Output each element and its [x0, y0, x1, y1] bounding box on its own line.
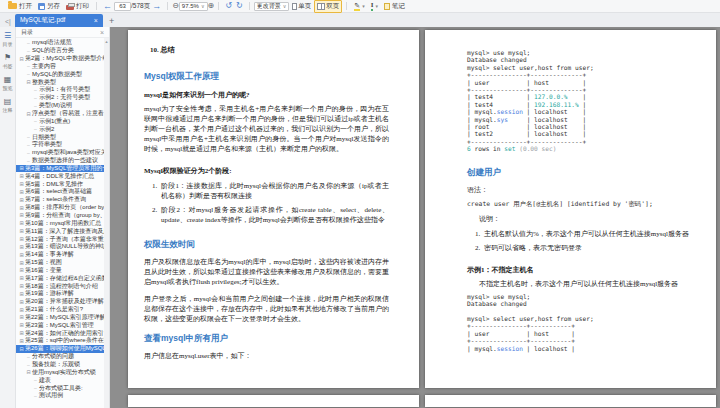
toc-item[interactable]: ⊟整数类型 [16, 78, 109, 86]
toc-item[interactable]: ⊞第13篇：细说NULL导致的神坑，让人防不 [16, 243, 109, 251]
tree-expander-icon[interactable]: ⊞ [18, 212, 25, 218]
single-page-view-button[interactable]: 单页 [289, 0, 314, 13]
note-button[interactable]: 笔记 [384, 2, 405, 11]
tree-expander-icon[interactable]: ⊞ [18, 338, 25, 344]
toc-item[interactable]: ⊟第26篇：聊聊如何使用MySQL实现分布式 [16, 345, 109, 353]
underline-tool-button[interactable]: I ▾ [371, 2, 378, 11]
toc-item[interactable]: ⊞第7篇：select条件查询 [16, 196, 109, 204]
tree-expander-icon[interactable]: ⊞ [18, 220, 25, 226]
tree-expander-icon[interactable]: ⊞ [18, 165, 25, 171]
toc-item[interactable]: –日期类型 [16, 133, 109, 141]
toc-item[interactable]: ⊞第4篇：DDL常见操作汇总 [16, 172, 109, 180]
nav-item-thumbnail[interactable]: ▦预览 [3, 76, 13, 91]
toc-item[interactable]: –测试用例 [16, 392, 109, 400]
tree-expander-icon[interactable]: ⊟ [25, 79, 32, 85]
toc-item[interactable]: ⊞第8篇：排序和分页（order by、limit） [16, 204, 109, 212]
toc-item[interactable]: ⊞第14篇：事务详解 [16, 251, 109, 259]
toc-item[interactable]: –分布式锁工具类: [16, 384, 109, 392]
double-page-view-button[interactable]: 双页 [314, 0, 342, 13]
toc-item[interactable]: –mysql语法规范 [16, 39, 109, 47]
toc-item[interactable]: ⊞第6篇：select查询基础篇 [16, 188, 109, 196]
toc-item[interactable]: –类型(M)说明 [16, 102, 109, 110]
toc-item[interactable]: ⊞第11篇：深入了解连接查询及原理 [16, 227, 109, 235]
new-tab-button[interactable]: + [109, 16, 114, 26]
tree-expander-icon[interactable]: ⊞ [18, 181, 25, 187]
tree-expander-icon[interactable]: ⊞ [18, 291, 25, 297]
tab-close-icon[interactable]: × [94, 17, 98, 24]
tree-expander-icon[interactable]: ⊞ [18, 236, 25, 242]
toc-item[interactable]: –数据类型选择的一些建议 [16, 157, 109, 165]
toc-item[interactable]: –SQL的语言分类 [16, 47, 109, 55]
zoom-out-button[interactable]: ⊖ [172, 2, 179, 10]
toc-item[interactable]: ⊞第3篇：MySQL管理员常用的一些命令 [16, 165, 109, 173]
tree-expander-icon[interactable]: ⊞ [18, 307, 25, 313]
toc-item[interactable]: ⊞第23篇：MySQL索引管理 [16, 321, 109, 329]
tree-expander-icon[interactable]: ⊞ [18, 205, 25, 211]
print-button[interactable]: 打印 [66, 2, 89, 11]
open-button[interactable]: 打开 [8, 2, 32, 11]
toc-item[interactable]: ⊟第2篇：MySQL中数据类型介绍 [16, 55, 109, 63]
toc-item[interactable]: ⊞第16篇：变量 [16, 266, 109, 274]
toc-item[interactable]: –MySQL的数据类型 [16, 70, 109, 78]
toc-item[interactable]: –示例1(重点) [16, 117, 109, 125]
document-tab[interactable]: MySQL笔记.pdf × [15, 14, 103, 27]
toc-item[interactable]: –示例1：有符号类型 [16, 86, 109, 94]
sidebar-close-icon[interactable]: × [100, 29, 104, 36]
tree-expander-icon[interactable]: ⊞ [18, 244, 25, 250]
nav-item-annotation[interactable]: ▤注释 [3, 98, 13, 113]
previous-page-button[interactable]: ← [103, 2, 112, 11]
toc-item[interactable]: ⊞第22篇：MySQL索引原理详解 [16, 314, 109, 322]
tree-expander-icon[interactable]: ⊞ [18, 314, 25, 320]
toc-item[interactable]: ⊞第18篇：流程控制语句介绍 [16, 282, 109, 290]
toc-item[interactable]: ⊞第20篇：异常捕获及处理详解 [16, 298, 109, 306]
toc-item[interactable]: –主要内容 [16, 63, 109, 71]
save-as-button[interactable]: 另存 [38, 2, 60, 11]
tree-expander-icon[interactable]: ⊞ [18, 322, 25, 328]
toc-item[interactable]: ⊞第17篇：存储过程&自定义函数详解 [16, 274, 109, 282]
tree-expander-icon[interactable]: ⊟ [25, 111, 32, 117]
toc-item[interactable]: ⊟浮点类型（容易混，注意看） [16, 110, 109, 118]
collapse-sidebar-icon[interactable]: <| [5, 18, 11, 25]
toc-item[interactable]: –分布式锁的问题 [16, 353, 109, 361]
sidebar-scrollbar[interactable]: ▲ [104, 38, 109, 408]
nav-item-bookmark[interactable]: ⚑书签 [3, 54, 13, 69]
tree-expander-icon[interactable]: ⊞ [18, 330, 25, 336]
tree-expander-icon[interactable]: ⊞ [18, 228, 25, 234]
rotate-right-button[interactable]: ↻ [236, 2, 243, 10]
tree-expander-icon[interactable]: ⊞ [18, 189, 25, 195]
tree-expander-icon[interactable]: ⊞ [18, 197, 25, 203]
tree-expander-icon[interactable]: ⊞ [18, 260, 25, 266]
toc-item[interactable]: ⊞第25篇：sql中的where条件在数据库中提 [16, 337, 109, 345]
tree-expander-icon[interactable]: ⊞ [18, 275, 25, 281]
toc-item[interactable]: –建表 [16, 376, 109, 384]
toc-item[interactable]: ⊞第19篇：游标详解 [16, 290, 109, 298]
document-area[interactable]: 10. 总结Mysql权限工作原理mysql是如何来识别一个用户的呢?mysql… [110, 27, 720, 408]
tree-expander-icon[interactable]: ⊞ [18, 173, 25, 179]
tree-expander-icon[interactable]: ⊟ [18, 56, 25, 62]
toc-item[interactable]: ⊞第9篇：分组查询（group by、having） [16, 212, 109, 220]
tree-expander-icon[interactable]: ⊞ [18, 299, 25, 305]
highlight-tool-button[interactable]: ✎ ▾ [354, 2, 364, 11]
toc-item[interactable]: ⊞第15篇：视图 [16, 259, 109, 267]
zoom-level-select[interactable]: 97.5% ∨ [179, 2, 208, 11]
toc-item[interactable]: ⊞第10篇：mysql常用函数汇总 [16, 219, 109, 227]
toc-item[interactable]: ⊞第21篇：什么是索引? [16, 306, 109, 314]
change-background-select[interactable]: 更改背景 ∨ [254, 2, 290, 11]
tree-expander-icon[interactable]: ⊟ [25, 369, 32, 375]
toc-item[interactable]: –字符串类型 [16, 141, 109, 149]
tree-expander-icon[interactable]: ⊞ [18, 267, 25, 273]
tree-expander-icon[interactable]: ⊟ [18, 346, 25, 352]
toc-item[interactable]: –预备技能：乐观锁 [16, 361, 109, 369]
rotate-left-button[interactable]: ↺ [225, 2, 232, 10]
tree-expander-icon[interactable]: ⊞ [18, 252, 25, 258]
toc-item[interactable]: ⊞第12篇：子查询（本篇非常重要，高手必 [16, 235, 109, 243]
toc-item[interactable]: ⊞第24篇：如何正确的使用索引? [16, 329, 109, 337]
toc-item[interactable]: –mysql类型和java类型对应关系 [16, 149, 109, 157]
nav-item-toc[interactable]: ☰目录 [3, 32, 13, 47]
toc-item[interactable]: –示例2 [16, 125, 109, 133]
zoom-in-button[interactable]: ⊕ [208, 2, 215, 10]
toc-item[interactable]: –示例2：无符号类型 [16, 94, 109, 102]
tree-expander-icon[interactable]: ⊞ [18, 283, 25, 289]
next-page-button[interactable]: → [152, 2, 161, 11]
toc-item[interactable]: ⊟使用mysql实现分布式锁 [16, 368, 109, 376]
